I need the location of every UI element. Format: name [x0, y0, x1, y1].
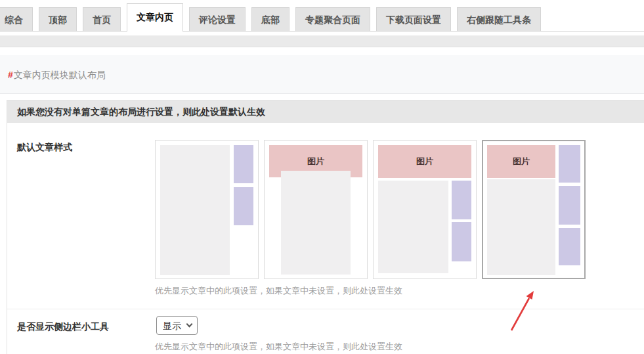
sidebar-widget-content: 显示 优先显示文章中的此项设置，如果文章中未设置，则此处设置生效 — [155, 316, 402, 353]
layout-preview — [160, 145, 253, 274]
tab-right-follow-toolbar[interactable]: 右侧跟随工具条 — [457, 7, 541, 32]
widget-block — [559, 228, 580, 265]
widget-block — [452, 181, 471, 219]
widget-block — [234, 145, 253, 183]
section-header: 如果您没有对单篇文章的布局进行设置，则此处设置默认生效 — [7, 100, 644, 123]
widget-block — [452, 222, 471, 261]
tab-list: 综合 顶部 首页 文章内页 评论设置 底部 专题聚合页面 下载页面设置 右侧跟随… — [0, 7, 644, 32]
tab-footer[interactable]: 底部 — [251, 7, 290, 32]
sidebar-column — [452, 181, 471, 273]
image-banner: 图片 — [378, 145, 471, 178]
sidebar-widget-select[interactable]: 显示 — [156, 316, 198, 335]
tab-header[interactable]: 顶部 — [39, 7, 77, 32]
default-style-content: 图片 图片 — [155, 140, 586, 297]
sidebar-widget-label: 是否显示侧边栏小工具 — [7, 316, 155, 353]
tab-comment-settings[interactable]: 评论设置 — [189, 7, 246, 32]
sidebar-widget-hint: 优先显示文章中的此项设置，如果文章中未设置，则此处设置生效 — [155, 341, 402, 353]
default-style-hint: 优先显示文章中的此项设置，如果文章中未设置，则此处设置生效 — [155, 285, 586, 297]
content-area-block — [378, 181, 448, 273]
tab-home[interactable]: 首页 — [83, 7, 121, 32]
content-area-block — [281, 171, 351, 275]
layout-option-image-top-full[interactable]: 图片 — [264, 140, 368, 279]
page-heading-band: #文章内页模块默认布局 — [0, 55, 644, 94]
layout-preview: 图片 — [487, 145, 580, 274]
main-column: 图片 — [487, 145, 555, 274]
settings-tabbar: 综合 顶部 首页 文章内页 评论设置 底部 专题聚合页面 下载页面设置 右侧跟随… — [0, 7, 644, 32]
tab-article-page[interactable]: 文章内页 — [127, 3, 183, 32]
widget-block — [234, 187, 253, 225]
layout-option-image-top-sidebar-right[interactable]: 图片 — [373, 140, 477, 279]
content-area-block — [487, 179, 555, 275]
image-banner: 图片 — [487, 145, 555, 178]
toolbar-strip — [0, 35, 644, 47]
content-area-block — [160, 145, 230, 275]
default-layout-section: 如果您没有对单篇文章的布局进行设置，则此处设置默认生效 默认文章样式 — [7, 100, 644, 354]
default-style-row: 默认文章样式 图片 — [7, 123, 644, 297]
sidebar-column — [559, 145, 580, 274]
hash-anchor-icon: # — [8, 70, 13, 80]
row-divider — [7, 309, 644, 309]
sidebar-widget-select-wrap: 显示 — [156, 316, 198, 335]
page-title: 文章内页模块默认布局 — [14, 70, 106, 80]
sidebar-column — [234, 145, 253, 274]
tab-topic-aggregation-page[interactable]: 专题聚合页面 — [295, 7, 370, 32]
sidebar-widget-row: 是否显示侧边栏小工具 显示 优先显示文章中的此项设置，如果文章中未设置，则此处设… — [7, 316, 644, 353]
default-style-label: 默认文章样式 — [7, 140, 155, 297]
tab-general[interactable]: 综合 — [0, 7, 33, 32]
widget-block — [559, 145, 580, 183]
layout-option-image-left-sidebar-column-selected[interactable]: 图片 — [482, 140, 586, 279]
layout-option-list: 图片 图片 — [155, 140, 586, 279]
widget-block — [559, 186, 580, 225]
tab-download-page-settings[interactable]: 下载页面设置 — [376, 7, 451, 32]
layout-option-sidebar-right[interactable] — [155, 140, 259, 279]
layout-preview — [378, 181, 471, 273]
